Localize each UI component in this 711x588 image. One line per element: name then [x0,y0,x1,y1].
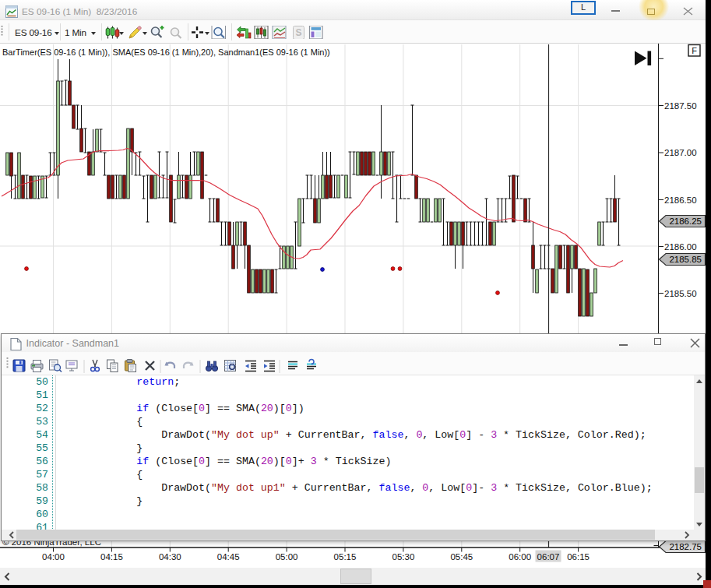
svg-text:06:07: 06:07 [537,552,560,562]
svg-text:05:45: 05:45 [450,552,473,562]
svg-text:2186.00: 2186.00 [664,242,697,252]
svg-text:2186.50: 2186.50 [664,195,697,205]
svg-text:05:00: 05:00 [276,552,298,562]
svg-text:S: S [295,27,301,38]
svg-text:06:15: 06:15 [567,552,590,562]
svg-text:04:30: 04:30 [159,552,181,562]
svg-text:2185.85: 2185.85 [669,255,702,264]
svg-text:04:15: 04:15 [100,552,123,562]
svg-text:2187.00: 2187.00 [664,148,697,157]
svg-text:2185.50: 2185.50 [664,289,697,298]
svg-text:04:45: 04:45 [217,552,240,562]
svg-text:2187.50: 2187.50 [664,101,697,111]
svg-text:06:00: 06:00 [509,552,531,562]
svg-text:04:00: 04:00 [42,552,65,562]
svg-text:2182.75: 2182.75 [669,542,702,551]
svg-text:F: F [692,46,697,55]
svg-text:2186.25: 2186.25 [669,217,702,226]
svg-text:05:30: 05:30 [392,552,415,562]
svg-text:05:15: 05:15 [334,552,357,562]
